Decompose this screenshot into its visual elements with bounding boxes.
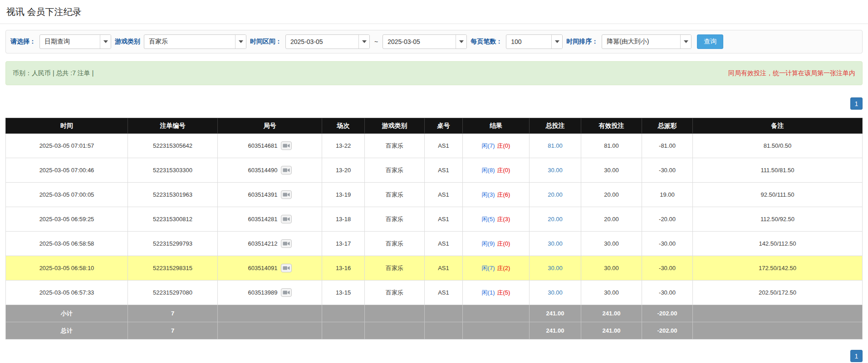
cell-payout: -81.00 — [642, 134, 693, 158]
date-from-select[interactable]: 2025-03-05 — [285, 34, 370, 49]
chevron-down-icon[interactable] — [456, 35, 466, 48]
total-bet-link[interactable]: 81.00 — [548, 142, 563, 149]
cell-round: 603514490 — [218, 158, 322, 183]
result-player: 闲(5) — [482, 216, 495, 223]
date-from-value: 2025-03-05 — [286, 35, 358, 48]
pagination-top: 1 — [5, 97, 863, 110]
cell-valid-bet: 30.00 — [581, 256, 642, 281]
result-player: 闲(7) — [482, 142, 495, 149]
round-number: 603514212 — [248, 240, 277, 247]
cell-table-no: AS1 — [425, 281, 463, 305]
column-header: 注单编号 — [128, 118, 218, 134]
result-player: 闲(9) — [482, 240, 495, 247]
round-number: 603514490 — [248, 167, 277, 174]
cell-bet-id: 522315297080 — [128, 281, 218, 305]
page: 视讯 会员下注纪录 请选择： 日期查询 游戏类别 百家乐 时间区间： 2025-… — [0, 0, 868, 363]
total-bet-link[interactable]: 20.00 — [548, 191, 563, 198]
cell-round: 603514091 — [218, 256, 322, 281]
chevron-down-icon[interactable] — [100, 35, 111, 48]
column-header: 有效投注 — [581, 118, 642, 134]
bet-records-table: 时间注单编号局号场次游戏类别桌号结果总投注有效投注总派彩备注 2025-03-0… — [5, 118, 863, 339]
cell-note: 81.50/0.50 — [693, 134, 863, 158]
result-banker: 庄(0) — [497, 167, 510, 174]
result-player: 闲(3) — [482, 191, 495, 198]
cell-game-type: 百家乐 — [365, 256, 425, 281]
sort-order-select[interactable]: 降冪(由大到小) — [602, 34, 691, 49]
column-header: 备注 — [693, 118, 863, 134]
filter-bar: 请选择： 日期查询 游戏类别 百家乐 时间区间： 2025-03-05 ~ 20… — [5, 30, 863, 53]
chevron-down-icon[interactable] — [235, 35, 246, 48]
video-replay-icon[interactable] — [281, 264, 292, 272]
round-number: 603513989 — [248, 289, 277, 296]
total-bet-link[interactable]: 20.00 — [548, 216, 563, 223]
result-banker: 庄(2) — [497, 265, 510, 271]
total-bet-link[interactable]: 30.00 — [548, 240, 563, 247]
cell-table-no: AS1 — [425, 256, 463, 281]
total-bet-link[interactable]: 30.00 — [548, 265, 563, 271]
cell-round: 603514281 — [218, 207, 322, 232]
summary-bar: 币别：人民币 | 总共 :7 注单 | 同局有效投注，统一计算在该局第一张注单内 — [5, 61, 863, 85]
subtotal-row: 小计 7 241.00 241.00 -202.00 — [6, 305, 863, 322]
chevron-down-icon[interactable] — [680, 35, 691, 48]
empty-cell — [365, 322, 425, 339]
column-header: 游戏类别 — [365, 118, 425, 134]
round-number: 603514091 — [248, 265, 277, 271]
column-header: 局号 — [218, 118, 322, 134]
cell-table-no: AS1 — [425, 134, 463, 158]
cell-result: 闲(9)庄(0) — [463, 232, 530, 256]
query-type-label: 请选择： — [10, 38, 36, 46]
total-bet-link[interactable]: 30.00 — [548, 289, 563, 296]
cell-total-bet: 81.00 — [530, 134, 581, 158]
empty-cell — [218, 305, 322, 322]
game-type-select[interactable]: 百家乐 — [144, 34, 246, 49]
column-header: 总派彩 — [642, 118, 693, 134]
per-page-select[interactable]: 100 — [506, 34, 563, 49]
cell-note: 111.50/81.50 — [693, 158, 863, 183]
chevron-down-icon[interactable] — [358, 35, 369, 48]
total-row: 总计 7 241.00 241.00 -202.00 — [6, 322, 863, 339]
cell-note: 92.50/111.50 — [693, 183, 863, 207]
column-header: 场次 — [322, 118, 365, 134]
cell-valid-bet: 20.00 — [581, 207, 642, 232]
empty-cell — [425, 305, 463, 322]
column-header: 结果 — [463, 118, 530, 134]
cell-note: 172.50/142.50 — [693, 256, 863, 281]
per-page-label: 每页笔数： — [471, 38, 502, 46]
result-banker: 庄(0) — [497, 142, 510, 149]
cell-round: 603513989 — [218, 281, 322, 305]
cell-bet-id: 522315300812 — [128, 207, 218, 232]
chevron-down-icon[interactable] — [551, 35, 562, 48]
cell-note: 202.50/172.50 — [693, 281, 863, 305]
cell-table-no: AS1 — [425, 158, 463, 183]
table-body: 2025-03-05 07:01:57 522315305642 6035146… — [6, 134, 863, 305]
title-divider — [0, 24, 868, 24]
video-replay-icon[interactable] — [281, 215, 292, 223]
cell-total-bet: 30.00 — [530, 281, 581, 305]
pagination-page-1-button[interactable]: 1 — [850, 350, 863, 362]
query-type-select[interactable]: 日期查询 — [39, 34, 111, 49]
cell-game-type: 百家乐 — [365, 207, 425, 232]
video-replay-icon[interactable] — [281, 166, 292, 174]
cell-round: 603514391 — [218, 183, 322, 207]
subtotal-valid-bet: 241.00 — [581, 305, 642, 322]
total-bet-link[interactable]: 30.00 — [548, 167, 563, 174]
cell-game-type: 百家乐 — [365, 281, 425, 305]
summary-notice: 同局有效投注，统一计算在该局第一张注单内 — [728, 69, 855, 77]
video-replay-icon[interactable] — [281, 239, 292, 248]
game-type-label: 游戏类别 — [115, 38, 140, 46]
video-replay-icon[interactable] — [281, 190, 292, 199]
date-to-select[interactable]: 2025-03-05 — [383, 34, 467, 49]
total-total-bet: 241.00 — [530, 322, 581, 339]
table-row: 2025-03-05 07:00:05 522315301963 6035143… — [6, 183, 863, 207]
pagination-page-1-button[interactable]: 1 — [850, 97, 863, 110]
sort-order-value: 降冪(由大到小) — [602, 35, 680, 48]
video-replay-icon[interactable] — [281, 288, 292, 297]
cell-time: 2025-03-05 07:00:05 — [6, 183, 128, 207]
video-replay-icon[interactable] — [281, 141, 292, 150]
cell-session: 13-15 — [322, 281, 365, 305]
cell-payout: -30.00 — [642, 158, 693, 183]
game-type-value: 百家乐 — [144, 35, 235, 48]
search-button[interactable]: 查询 — [697, 34, 723, 49]
cell-session: 13-18 — [322, 207, 365, 232]
table-row: 2025-03-05 06:58:10 522315298315 6035140… — [6, 256, 863, 281]
